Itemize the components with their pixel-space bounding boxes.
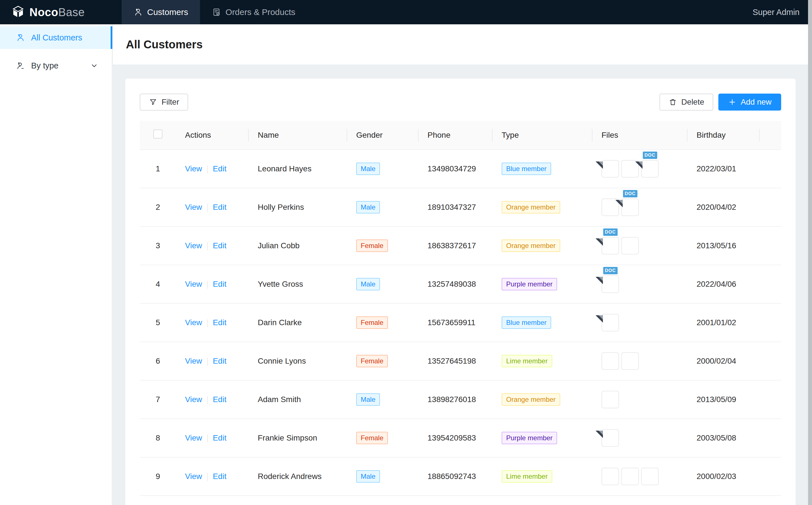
sidebar: All Customers By type [0, 24, 112, 505]
birthday-cell: 2022/04/06 [687, 265, 760, 303]
edit-link[interactable]: Edit [213, 357, 226, 365]
file-doc-icon[interactable]: DOC [601, 237, 619, 255]
extra-cell [760, 150, 781, 188]
table-row: 9 ViewEdit Roderick Andrews Male 1886509… [140, 457, 781, 496]
files-cell: DOC [592, 265, 687, 303]
sidebar-item-label: By type [31, 61, 58, 70]
files-cell-content: DOC [601, 237, 687, 255]
view-link[interactable]: View [185, 280, 202, 289]
file-doc-icon[interactable]: DOC [621, 198, 639, 216]
gender-cell: Female [347, 226, 418, 265]
nav-tab-orders-products[interactable]: Orders & Products [200, 0, 307, 24]
view-link[interactable]: View [185, 357, 202, 365]
actions-cell: ViewEdit [176, 188, 249, 226]
files-cell: DOC [592, 188, 687, 226]
link-divider [207, 473, 208, 481]
name-cell: Roderick Andrews [249, 457, 347, 496]
row-index-cell: 1 [140, 150, 176, 188]
file-pdf-icon[interactable] [601, 314, 619, 331]
type-tag: Orange member [502, 239, 560, 252]
add-new-button[interactable]: Add new [718, 94, 781, 111]
gender-tag: Male [356, 470, 380, 483]
type-tag: Purple member [502, 432, 557, 444]
view-link[interactable]: View [185, 434, 202, 442]
image-thumbnail[interactable] [621, 352, 639, 370]
link-divider [207, 165, 208, 173]
header-checkbox-cell [140, 121, 176, 150]
row-index-cell: 5 [140, 303, 176, 342]
delete-button[interactable]: Delete [660, 94, 713, 111]
file-doc-icon[interactable]: DOC [641, 160, 659, 178]
edit-link[interactable]: Edit [213, 434, 226, 442]
vertical-scrollbar[interactable] [808, 0, 812, 505]
link-divider [207, 281, 208, 289]
files-cell [592, 419, 687, 457]
edit-link[interactable]: Edit [213, 395, 226, 404]
image-thumbnail[interactable] [621, 237, 639, 255]
phone-cell: 13498034729 [418, 150, 493, 188]
phone-cell: 15673659911 [418, 303, 493, 342]
filter-button[interactable]: Filter [140, 94, 188, 111]
file-pdf-icon[interactable] [601, 160, 619, 178]
view-link[interactable]: View [185, 164, 202, 173]
name-cell: Leonard Hayes [249, 150, 347, 188]
type-cell: Orange member [493, 226, 592, 265]
select-all-checkbox[interactable] [153, 130, 162, 139]
gender-tag: Male [356, 278, 380, 290]
phone-cell: 13954209583 [418, 419, 493, 457]
content-card: Filter Delete Add new Actions Name Gende… [125, 78, 796, 505]
customers-table: Actions Name Gender Phone Type Files Bir… [140, 121, 781, 496]
image-thumbnail[interactable] [641, 468, 659, 485]
sidebar-item-all-customers[interactable]: All Customers [0, 26, 112, 49]
files-cell-content: DOC [601, 198, 687, 216]
column-header-files: Files [592, 121, 687, 150]
view-link[interactable]: View [185, 472, 202, 481]
file-doc-icon[interactable]: DOC [601, 276, 619, 293]
view-link[interactable]: View [185, 203, 202, 211]
row-index-cell: 2 [140, 188, 176, 226]
image-thumbnail[interactable] [621, 468, 639, 485]
add-new-button-label: Add new [741, 98, 772, 107]
gender-cell: Female [347, 419, 418, 457]
view-link[interactable]: View [185, 318, 202, 327]
gender-cell: Female [347, 342, 418, 380]
files-cell: DOC [592, 226, 687, 265]
files-cell-content: DOC [601, 276, 687, 293]
edit-link[interactable]: Edit [213, 472, 226, 481]
birthday-cell: 2000/02/04 [687, 342, 760, 380]
type-cell: Orange member [493, 380, 592, 419]
sidebar-item-by-type[interactable]: By type [0, 54, 112, 77]
edit-link[interactable]: Edit [213, 203, 226, 211]
image-thumbnail[interactable] [601, 468, 619, 485]
file-pdf-icon[interactable] [601, 429, 619, 447]
view-link[interactable]: View [185, 241, 202, 250]
nocobase-brand[interactable]: NocoBase [0, 5, 110, 19]
column-header-type: Type [493, 121, 592, 150]
filter-button-label: Filter [161, 98, 179, 107]
view-link[interactable]: View [185, 395, 202, 404]
extra-cell [760, 303, 781, 342]
actions-cell: ViewEdit [176, 226, 249, 265]
birthday-cell: 2001/01/02 [687, 303, 760, 342]
nav-tab-customers[interactable]: Customers [122, 0, 200, 24]
gender-tag: Male [356, 201, 380, 213]
link-divider [207, 242, 208, 250]
phone-cell: 13527645198 [418, 342, 493, 380]
edit-link[interactable]: Edit [213, 318, 226, 327]
column-header-extra [760, 121, 781, 150]
image-thumbnail[interactable] [601, 391, 619, 408]
plus-icon [728, 98, 736, 106]
table-row: 7 ViewEdit Adam Smith Male 13898276018 O… [140, 380, 781, 419]
birthday-cell: 2022/03/01 [687, 150, 760, 188]
edit-link[interactable]: Edit [213, 164, 226, 173]
actions-cell: ViewEdit [176, 303, 249, 342]
type-tag: Purple member [502, 278, 557, 290]
files-cell [592, 457, 687, 496]
type-tag: Orange member [502, 393, 560, 406]
image-thumbnail[interactable] [601, 352, 619, 370]
user-menu[interactable]: Super Admin [753, 8, 812, 17]
actions-cell: ViewEdit [176, 342, 249, 380]
edit-link[interactable]: Edit [213, 241, 226, 250]
gender-cell: Male [347, 150, 418, 188]
edit-link[interactable]: Edit [213, 280, 226, 289]
